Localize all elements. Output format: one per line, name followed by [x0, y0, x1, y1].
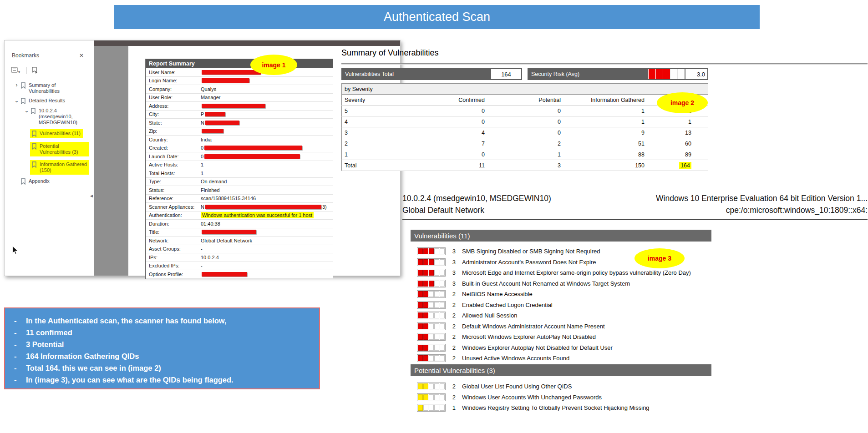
chevron-icon[interactable]: › — [13, 82, 20, 88]
report-summary-row: Launch Date: 0 — [146, 152, 333, 161]
severity-number: 2 — [446, 302, 456, 308]
bullet-dash: - — [14, 374, 26, 386]
severity-meter — [417, 247, 446, 255]
vulnerabilities-total-value: 164 — [491, 69, 521, 79]
host-block: 10.0.2.4 (msedgewin10, MSEDGEWIN10) Wind… — [402, 194, 868, 217]
report-summary-row: Scanner Appliances: N3) — [146, 203, 333, 211]
by-severity-caption-row: by Severity — [342, 84, 708, 95]
bookmark-label: Summary of Vulnerabilities — [29, 82, 76, 94]
bookmark-item[interactable]: Appendix — [5, 178, 94, 185]
note-text: Total 164. this we can see in (image 2) — [26, 362, 161, 374]
field-value: N3) — [201, 204, 333, 210]
severity-number: 3 — [446, 280, 456, 287]
field-value: - — [201, 263, 333, 268]
total-value: 13 — [685, 130, 691, 136]
col-confirmed: Confirmed — [413, 95, 492, 106]
field-value: N — [201, 120, 333, 126]
bookmark-icon — [31, 143, 37, 150]
host-cpe: cpe:/o:microsoft:windows_10:1809::x64: — [726, 206, 868, 215]
report-summary-table: Report Summary User Name: Login Name: Co… — [145, 59, 333, 279]
severity-number: 3 — [446, 248, 456, 255]
severity-number: 2 — [446, 333, 456, 340]
severity-meter — [417, 393, 446, 401]
severity-number: 2 — [446, 323, 456, 330]
bookmark-label: Information Gathered (150) — [40, 161, 87, 173]
field-value: 10.0.2.4 — [201, 255, 333, 260]
bookmark-item[interactable]: ⌄ 10.0.2.4 (msedgewin10, MSEDGEWIN10) — [5, 108, 94, 126]
field-label: Duration: — [146, 221, 201, 227]
bookmark-item[interactable]: Potential Vulnerabilities (3) — [5, 142, 94, 156]
bookmark-options-icon[interactable]: ▾ — [11, 67, 20, 75]
severity-meter — [417, 404, 446, 412]
report-summary-row: Zip: — [146, 127, 333, 136]
bullet-dash: - — [14, 327, 26, 338]
vulnerability-title: Windows Registry Setting To Globally Pre… — [462, 404, 650, 411]
severity-meter — [417, 322, 446, 330]
field-label: User Name: — [146, 70, 201, 75]
field-label: IPs: — [146, 255, 201, 260]
chevron-icon[interactable]: ⌄ — [13, 98, 20, 104]
summary-title: Summary of Vulnerabilities — [341, 48, 438, 58]
field-value: Manager — [201, 95, 333, 100]
bookmark-label: 10.0.2.4 (msedgewin10, MSEDGEWIN10) — [39, 108, 86, 126]
vulnerability-title: Global User List Found Using Other QIDS — [462, 383, 572, 390]
field-value — [201, 103, 333, 109]
severity-meter — [417, 290, 446, 298]
toolbar-divider — [26, 67, 27, 74]
report-summary-row: State: N — [146, 119, 333, 127]
bookmarks-title: Bookmarks — [12, 52, 39, 59]
severity-number: 2 — [446, 383, 456, 390]
note-line: - 164 Information Gathering QIDs — [14, 350, 315, 362]
close-icon[interactable]: ✕ — [79, 52, 84, 59]
by-severity-table: by Severity Severity Confirmed Potential… — [341, 83, 708, 171]
field-value — [201, 272, 333, 277]
vulnerability-title: Microsoft Windows Explorer AutoPlay Not … — [462, 333, 596, 340]
field-label: Type: — [146, 179, 201, 184]
vulnerability-row: 2 NetBIOS Name Accessible — [417, 289, 868, 300]
bookmark-item[interactable]: Vulnerabilities (11) — [5, 129, 94, 138]
field-label: City: — [146, 111, 201, 117]
severity-meter — [417, 312, 446, 319]
vulnerabilities-section-bar: Vulnerabilities (11) — [411, 230, 711, 242]
field-label: Asset Groups: — [146, 246, 201, 252]
bookmark-icon — [20, 178, 26, 185]
redaction-bar — [202, 104, 265, 108]
vulnerability-title: Administrator Account's Password Does No… — [462, 259, 596, 266]
total-value: 164 — [679, 162, 691, 169]
chevron-icon[interactable]: ⌄ — [23, 108, 30, 114]
collapse-panel-icon[interactable]: ◄ — [89, 193, 94, 198]
vulnerability-row: 2 Windows Explorer Autoplay Not Disabled… — [417, 342, 868, 353]
find-bookmark-icon[interactable] — [31, 67, 38, 75]
vulnerabilities-total-bar: Vulnerabilities Total 164 — [341, 68, 522, 80]
bookmark-label: Appendix — [29, 178, 50, 184]
bookmark-item[interactable]: Information Gathered (150) — [5, 160, 94, 175]
page-title: Authenticated Scan — [384, 10, 490, 24]
note-line: - 11 confirmed — [14, 327, 315, 338]
bookmark-item[interactable]: › Summary of Vulnerabilities — [5, 82, 94, 94]
note-line: - In the Authenticated scan, the scanner… — [14, 315, 315, 327]
title-banner: Authenticated Scan — [114, 5, 760, 29]
field-label: Zip: — [146, 128, 201, 134]
potential-vulnerabilities-list: 2 Global User List Found Using Other QID… — [417, 381, 868, 413]
report-summary-row: Address: — [146, 102, 333, 111]
field-value: Global Default Network — [201, 238, 333, 243]
host-network: Global Default Network — [402, 206, 484, 215]
chevron-down-icon: ▾ — [18, 70, 20, 74]
field-label: Address: — [146, 103, 201, 109]
report-summary-row: Total Hosts: 1 — [146, 169, 333, 178]
severity-row: 5 0 0 1 1 — [342, 106, 708, 116]
severity-row: 4 0 0 1 1 — [342, 116, 708, 127]
severity-meter — [417, 383, 446, 390]
vulnerability-title: Default Windows Administrator Account Na… — [462, 323, 605, 330]
severity-meter — [417, 301, 446, 309]
severity-row: Total 11 3 150 164 — [342, 160, 708, 171]
report-summary-row: Created: 0 — [146, 144, 333, 153]
vulnerability-row: 2 Unused Active Windows Accounts Found — [417, 353, 868, 364]
bookmark-item[interactable]: ⌄ Detailed Results — [5, 98, 94, 104]
field-label: Launch Date: — [146, 154, 201, 159]
by-severity-header-row: Severity Confirmed Potential Information… — [342, 95, 708, 106]
bookmark-label: Vulnerabilities (11) — [40, 131, 81, 136]
host-ip: 10.0.2.4 (msedgewin10, MSEDGEWIN10) — [402, 194, 551, 203]
bullet-dash: - — [14, 315, 26, 327]
severity-meter — [417, 258, 446, 266]
